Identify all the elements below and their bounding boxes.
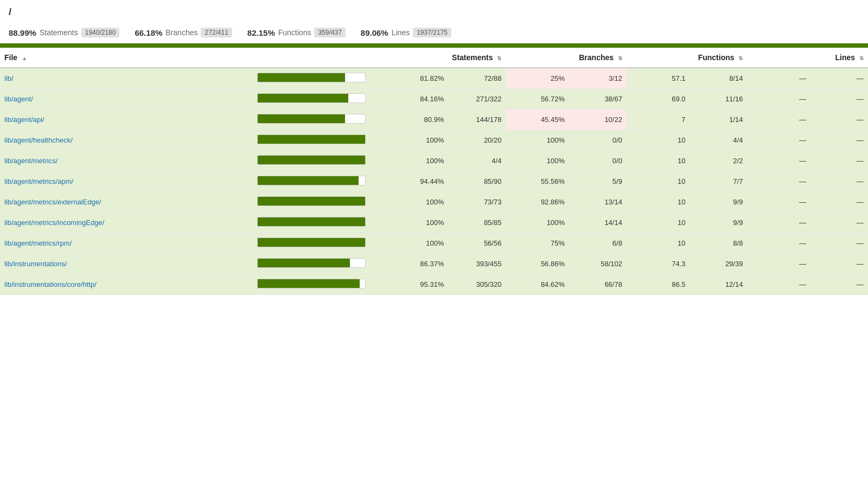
functions-badge: 359/437 [314,28,345,37]
table-row: lib/agent/metrics/rpm/ 100% 56/56 75% 6/… [0,233,868,254]
col-header-branches[interactable]: Branches ⇅ [506,48,627,68]
file-sort-icon: ▲ [22,55,27,61]
stmt-pct-cell: 100% [385,192,449,213]
col-header-file[interactable]: File ▲ [0,48,253,68]
ln-frac-cell: — [810,89,868,110]
mini-bar-fill [258,114,344,123]
ln-pct-cell: — [747,254,810,274]
lines-sort-icon: ⇅ [859,55,864,61]
br-frac-cell: 10/22 [569,110,627,130]
ln-pct-cell: — [747,89,810,110]
mini-bar-fill [258,73,344,82]
stmt-pct-cell: 84.16% [385,89,449,110]
stmt-pct-cell: 100% [385,151,449,171]
fn-frac-cell: 4/4 [690,130,747,151]
ln-pct-cell: — [747,171,810,192]
mini-bar-wrap [257,73,366,82]
ln-frac-cell: — [810,213,868,233]
br-frac-cell: 5/9 [569,171,627,192]
stmt-frac-cell: 85/90 [448,171,506,192]
col-header-statements[interactable]: Statements ⇅ [385,48,506,68]
functions-pct: 82.15% [247,28,275,37]
file-cell: lib/agent/metrics/incomingEdge/ [0,213,253,233]
br-pct-cell: 100% [506,213,569,233]
stmt-frac-cell: 72/88 [448,68,506,89]
fn-frac-cell: 9/9 [690,192,747,213]
fn-pct-cell: 10 [627,171,690,192]
br-frac-cell: 66/78 [569,274,627,295]
file-link[interactable]: lib/agent/ [4,95,33,103]
coverage-table: File ▲ Statements ⇅ Branches ⇅ Functions [0,48,868,295]
fn-frac-cell: 8/8 [690,233,747,254]
lines-label: Lines [392,28,410,37]
bar-cell [253,274,385,295]
table-row: lib/agent/metrics/incomingEdge/ 100% 85/… [0,213,868,233]
branches-sort-icon: ⇅ [618,55,622,61]
file-link[interactable]: lib/agent/api/ [4,115,44,124]
stmt-pct-cell: 100% [385,130,449,151]
stmt-pct-cell: 100% [385,233,449,254]
col-header-functions[interactable]: Functions ⇅ [627,48,748,68]
file-link[interactable]: lib/agent/metrics/ [4,157,58,165]
functions-sort-icon: ⇅ [738,55,743,61]
bar-cell [253,233,385,254]
file-link[interactable]: lib/agent/metrics/externalEdge/ [4,198,101,206]
lines-pct: 89.06% [361,28,388,37]
file-link[interactable]: lib/agent/metrics/rpm/ [4,239,72,247]
mini-bar-wrap [257,196,366,206]
fn-pct-cell: 10 [627,151,690,171]
table-row: lib/agent/metrics/apm/ 94.44% 85/90 55.5… [0,171,868,192]
file-link[interactable]: lib/instrumentations/core/http/ [4,280,97,288]
stmt-frac-cell: 20/20 [448,130,506,151]
mini-bar-wrap [257,258,366,268]
br-pct-cell: 56.72% [506,89,569,110]
branches-badge: 272/411 [201,28,232,37]
file-link[interactable]: lib/ [4,74,14,82]
bar-cell [253,130,385,151]
bar-cell [253,151,385,171]
fn-frac-cell: 9/9 [690,213,747,233]
mini-bar-fill [258,197,365,206]
file-link[interactable]: lib/agent/metrics/incomingEdge/ [4,219,104,227]
global-progress-bar [0,43,868,48]
summary-statements: 88.99% Statements 1940/2180 [9,28,119,37]
table-row: lib/instrumentations/ 86.37% 393/455 56.… [0,254,868,274]
file-link[interactable]: lib/agent/healthcheck/ [4,136,73,144]
file-cell: lib/agent/healthcheck/ [0,130,253,151]
statements-pct: 88.99% [9,28,36,37]
mini-bar-wrap [257,217,366,227]
summary-functions: 82.15% Functions 359/437 [247,28,346,37]
ln-pct-cell: — [747,68,810,89]
mini-bar-wrap [257,176,366,185]
ln-frac-cell: — [810,192,868,213]
ln-frac-cell: — [810,233,868,254]
ln-pct-cell: — [747,274,810,295]
file-cell: lib/agent/metrics/rpm/ [0,233,253,254]
file-link[interactable]: lib/agent/metrics/apm/ [4,177,73,185]
fn-pct-cell: 10 [627,192,690,213]
ln-frac-cell: — [810,68,868,89]
summary-lines: 89.06% Lines 1937/2175 [361,28,451,37]
fn-frac-cell: 1/14 [690,110,747,130]
br-pct-cell: 100% [506,151,569,171]
bar-cell [253,110,385,130]
fn-frac-cell: 2/2 [690,151,747,171]
statements-sort-icon: ⇅ [497,55,501,61]
stmt-frac-cell: 73/73 [448,192,506,213]
br-frac-cell: 6/8 [569,233,627,254]
br-pct-cell: 25% [506,68,569,89]
br-frac-cell: 0/0 [569,151,627,171]
fn-pct-cell: 86.5 [627,274,690,295]
col-header-lines[interactable]: Lines ⇅ [747,48,868,68]
br-pct-cell: 55.56% [506,171,569,192]
stmt-frac-cell: 85/85 [448,213,506,233]
br-frac-cell: 14/14 [569,213,627,233]
mini-bar-wrap [257,134,366,144]
stmt-pct-cell: 81.82% [385,68,449,89]
fn-frac-cell: 12/14 [690,274,747,295]
file-link[interactable]: lib/instrumentations/ [4,260,67,268]
ln-frac-cell: — [810,151,868,171]
mini-bar-wrap [257,155,366,165]
table-row: lib/agent/metrics/externalEdge/ 100% 73/… [0,192,868,213]
ln-pct-cell: — [747,130,810,151]
